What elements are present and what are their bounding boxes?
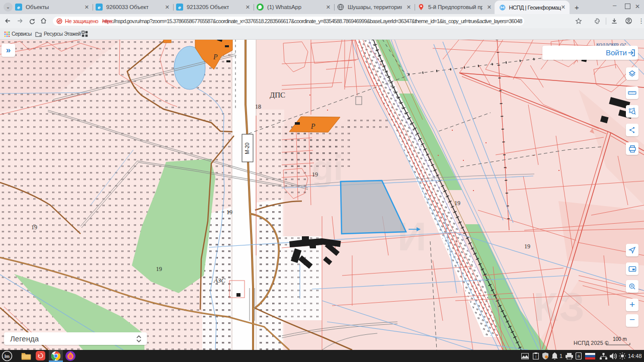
svg-text:e: e: [17, 5, 20, 10]
svg-text:a: a: [578, 353, 580, 358]
svg-text:НСПД 2025 ©: НСПД 2025 ©: [574, 340, 609, 346]
svg-text:19: 19: [31, 224, 37, 231]
svg-text:КЗ: КЗ: [533, 285, 585, 329]
svg-text:18: 18: [255, 103, 261, 110]
svg-text:Р: Р: [213, 53, 218, 61]
svg-text:Р: Р: [310, 123, 315, 130]
svg-text:19: 19: [156, 265, 162, 273]
svg-text:М-20: М-20: [245, 142, 250, 154]
svg-text:И: И: [397, 214, 427, 259]
svg-text:АЗС: АЗС: [213, 277, 225, 284]
svg-text:gi: gi: [312, 148, 343, 188]
svg-text:19: 19: [524, 243, 530, 250]
svg-text:100 m: 100 m: [613, 336, 627, 342]
svg-text:19: 19: [454, 200, 460, 207]
svg-text:e: e: [98, 5, 101, 10]
svg-text:e: e: [178, 5, 181, 10]
svg-text:!: !: [535, 354, 536, 359]
svg-text:lm: lm: [5, 354, 10, 359]
svg-text:19: 19: [226, 209, 232, 216]
svg-text:ДПС: ДПС: [270, 91, 285, 99]
